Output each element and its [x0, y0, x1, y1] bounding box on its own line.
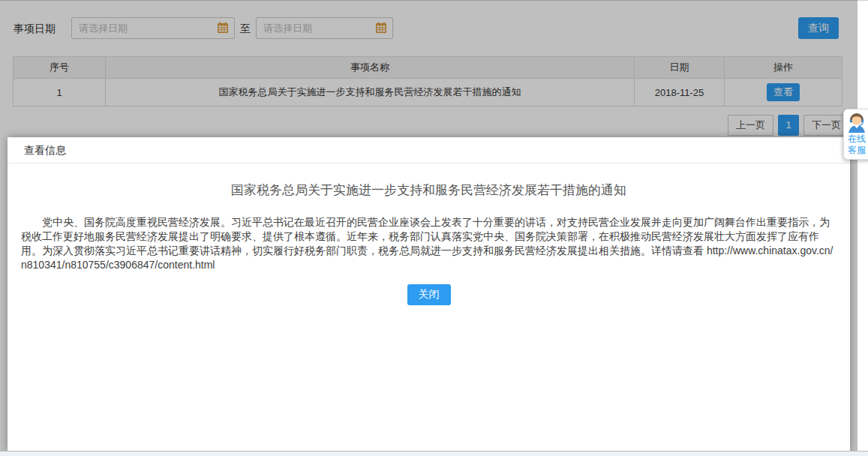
service-label-line1: 在线 [844, 134, 868, 145]
modal-header-title: 查看信息 [8, 137, 850, 164]
online-service-widget[interactable]: 在线 客服 [843, 109, 868, 160]
notice-body: 党中央、国务院高度重视民营经济发展。习近平总书记在最近召开的民营企业座谈会上发表… [21, 215, 836, 272]
view-info-modal: 查看信息 国家税务总局关于实施进一步支持和服务民营经济发展若干措施的通知 党中央… [8, 137, 850, 451]
close-button[interactable]: 关闭 [407, 284, 451, 305]
service-label-line2: 客服 [844, 145, 868, 156]
service-agent-avatar-icon [847, 112, 866, 133]
notice-title: 国家税务总局关于实施进一步支持和服务民营经济发展若干措施的通知 [8, 182, 850, 199]
page-bottom-strip [0, 451, 868, 456]
